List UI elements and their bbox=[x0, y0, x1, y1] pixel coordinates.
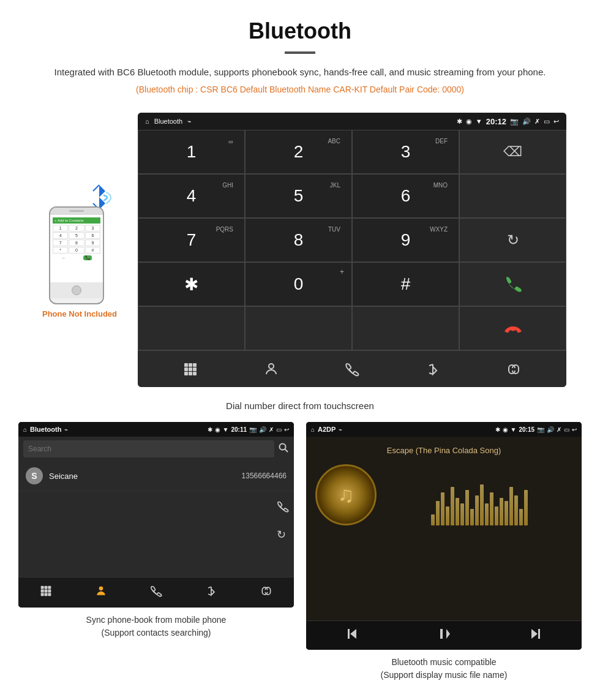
eq-bar bbox=[465, 490, 469, 526]
pb-home-icon: ⌂ bbox=[23, 426, 27, 433]
call-green-icon bbox=[503, 274, 523, 294]
dial-backspace[interactable]: ⌫ bbox=[459, 130, 566, 174]
music-next-button[interactable] bbox=[528, 627, 543, 644]
svg-marker-25 bbox=[446, 629, 450, 639]
music-play-pause-button[interactable] bbox=[437, 627, 451, 644]
svg-rect-18 bbox=[41, 593, 44, 596]
phone-mockup-container: + Add to Contacts 1 2 3 4 5 6 7 8 9 * 0 … bbox=[34, 182, 126, 318]
pb-loc-icon: ◉ bbox=[215, 426, 220, 433]
dial-key-5[interactable]: 5 JKL bbox=[245, 174, 352, 218]
signal-icon: ▼ bbox=[476, 118, 482, 125]
dial-key-hash[interactable]: # bbox=[352, 262, 459, 306]
pb-search-input[interactable] bbox=[23, 440, 274, 457]
music-usb-icon: ⌁ bbox=[339, 426, 342, 433]
key-sub: + bbox=[340, 268, 344, 276]
bottom-section: ⌂ Bluetooth ⌁ ✱ ◉ ▼ 20:11 📷 🔊 ✗ ▭ ↩ bbox=[0, 422, 600, 685]
music-song-title: Escape (The Pina Colada Song) bbox=[387, 446, 501, 455]
music-card: ⌂ A2DP ⌁ ✱ ◉ ▼ 20:15 📷 🔊 ✗ ▭ ↩ E bbox=[306, 422, 582, 685]
music-content: Escape (The Pina Colada Song) ♫ bbox=[306, 437, 582, 620]
key-main: # bbox=[401, 274, 411, 294]
svg-rect-15 bbox=[41, 590, 44, 593]
eq-bar bbox=[451, 487, 454, 525]
eq-bar bbox=[436, 501, 440, 526]
pb-status-right: ✱ ◉ ▼ 20:11 📷 🔊 ✗ ▭ ↩ bbox=[208, 426, 289, 433]
page-header: Bluetooth Integrated with BC6 Bluetooth … bbox=[0, 0, 600, 113]
phone-home-button bbox=[72, 285, 81, 295]
dial-person-icon[interactable] bbox=[264, 362, 279, 377]
phone-bottom bbox=[50, 282, 103, 298]
music-prev-button[interactable] bbox=[345, 627, 359, 644]
dial-key-9[interactable]: 9 WXYZ bbox=[352, 218, 459, 262]
pb-bt-icon: ✱ bbox=[208, 426, 212, 433]
pb-vol-icon: 🔊 bbox=[259, 426, 266, 433]
pb-empty-area: ↻ bbox=[18, 491, 294, 577]
phone-key-2: 2 bbox=[69, 225, 84, 231]
music-equalizer bbox=[386, 464, 572, 525]
dial-status-left: ⌂ Bluetooth ⌁ bbox=[145, 118, 192, 126]
dial-key-4[interactable]: 4 GHI bbox=[138, 174, 245, 218]
phone-key-8: 8 bbox=[69, 239, 84, 246]
header-specs: (Bluetooth chip : CSR BC6 Default Blueto… bbox=[37, 85, 563, 94]
pb-phone-icon[interactable] bbox=[150, 585, 162, 600]
svg-line-11 bbox=[285, 450, 288, 453]
dial-keypad: 1 ∞ 2 ABC 3 DEF ⌫ 4 GHI bbox=[138, 130, 566, 350]
dial-key-3[interactable]: 3 DEF bbox=[352, 130, 459, 174]
phone-call-btn: 📞 bbox=[83, 255, 92, 260]
pb-contact-number: 13566664466 bbox=[242, 472, 287, 480]
key-sub: DEF bbox=[435, 138, 448, 145]
key-sub: MNO bbox=[433, 182, 448, 189]
pb-call-icon[interactable] bbox=[277, 500, 289, 516]
dial-key-1[interactable]: 1 ∞ bbox=[138, 130, 245, 174]
eq-bar bbox=[470, 509, 474, 525]
dial-key-star[interactable]: ✱ bbox=[138, 262, 245, 306]
pb-time: 20:11 bbox=[231, 426, 247, 433]
dial-key-8[interactable]: 8 TUV bbox=[245, 218, 352, 262]
dial-key-6[interactable]: 6 MNO bbox=[352, 174, 459, 218]
key-sub: ∞ bbox=[228, 138, 233, 145]
dial-empty-2 bbox=[138, 306, 245, 350]
dial-key-0[interactable]: 0 + bbox=[245, 262, 352, 306]
dial-phone-icon[interactable] bbox=[345, 362, 359, 377]
key-main: 0 bbox=[294, 274, 304, 294]
eq-bar bbox=[495, 506, 498, 526]
music-screen: ⌂ A2DP ⌁ ✱ ◉ ▼ 20:15 📷 🔊 ✗ ▭ ↩ E bbox=[306, 422, 582, 650]
phone-not-included-label: Phone Not Included bbox=[42, 309, 117, 318]
dial-key-7[interactable]: 7 PQRS bbox=[138, 218, 245, 262]
dial-key-2[interactable]: 2 ABC bbox=[245, 130, 352, 174]
dial-call-red[interactable] bbox=[459, 306, 566, 350]
key-sub: ABC bbox=[328, 138, 340, 145]
location-icon: ◉ bbox=[466, 118, 472, 126]
svg-rect-4 bbox=[189, 367, 192, 371]
pb-refresh-icon[interactable]: ↻ bbox=[277, 528, 289, 541]
volume-icon: 🔊 bbox=[522, 118, 531, 126]
eq-bar bbox=[509, 487, 513, 525]
pb-grid-icon[interactable] bbox=[40, 585, 52, 600]
key-main: ✱ bbox=[184, 274, 198, 295]
dial-call-green[interactable] bbox=[459, 262, 566, 306]
pb-bt-bottom-icon[interactable] bbox=[205, 585, 217, 600]
top-section: + Add to Contacts 1 2 3 4 5 6 7 8 9 * 0 … bbox=[0, 113, 600, 393]
svg-point-21 bbox=[99, 587, 103, 591]
music-x-icon: ✗ bbox=[557, 426, 561, 433]
dial-bluetooth-icon[interactable] bbox=[426, 362, 440, 377]
dial-link-icon[interactable] bbox=[506, 362, 521, 377]
pb-person-icon[interactable] bbox=[95, 585, 107, 600]
key-main: 9 bbox=[401, 230, 411, 250]
svg-rect-13 bbox=[45, 586, 48, 589]
dial-refresh[interactable]: ↻ bbox=[459, 218, 566, 262]
svg-rect-16 bbox=[45, 590, 48, 593]
svg-rect-5 bbox=[193, 367, 197, 371]
dial-grid-icon[interactable] bbox=[183, 362, 198, 377]
pb-link-bottom-icon[interactable] bbox=[260, 585, 272, 600]
phone-key-star: * bbox=[53, 247, 68, 254]
phone-key-0: 0 bbox=[69, 247, 84, 254]
dial-bottom-bar bbox=[138, 350, 566, 387]
pb-status-bar: ⌂ Bluetooth ⌁ ✱ ◉ ▼ 20:11 📷 🔊 ✗ ▭ ↩ bbox=[18, 422, 294, 437]
svg-rect-14 bbox=[48, 586, 51, 589]
phonebook-screen: ⌂ Bluetooth ⌁ ✱ ◉ ▼ 20:11 📷 🔊 ✗ ▭ ↩ bbox=[18, 422, 294, 608]
svg-marker-22 bbox=[350, 629, 356, 639]
pb-search-bar bbox=[18, 437, 294, 461]
pb-search-icon[interactable] bbox=[278, 442, 289, 456]
header-description: Integrated with BC6 Bluetooth module, su… bbox=[37, 65, 563, 80]
eq-bar bbox=[475, 495, 479, 526]
